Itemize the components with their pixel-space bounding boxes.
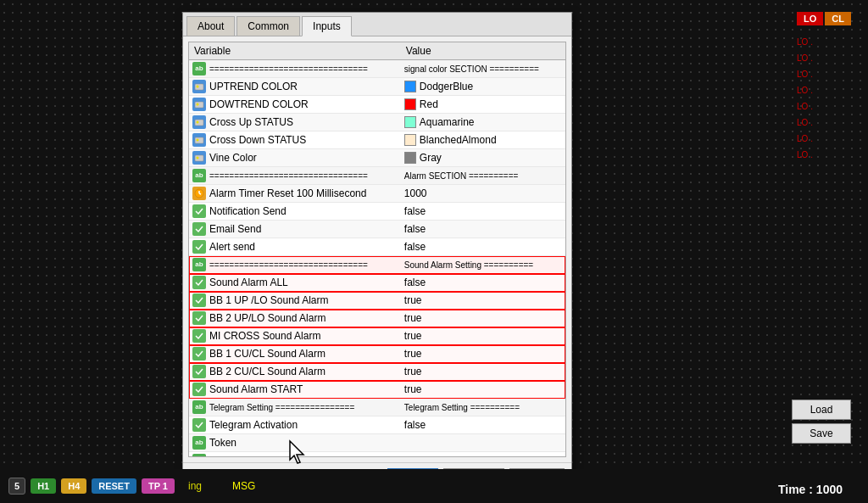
table-row[interactable]: Alert send false: [189, 238, 565, 256]
col-variable: Variable: [189, 42, 401, 60]
value-cell: DodgerBlue: [401, 78, 565, 96]
lo-dot-6: LO .: [797, 118, 851, 127]
value-cell: true: [401, 310, 565, 327]
bottom-bar: 5 H1 H4 RESET TP 1 ing MSG: [0, 469, 868, 503]
variable-content: UPTREND COLOR: [192, 80, 398, 93]
table-row[interactable]: Alarm Timer Reset 100 Millisecond 1000: [189, 185, 565, 203]
color-icon: [192, 80, 206, 93]
lo-dot-3: LO .: [797, 70, 851, 79]
variable-content: Notification Send: [192, 204, 398, 218]
variable-content: ab ================================: [192, 169, 398, 182]
ab-icon: ab: [192, 62, 206, 75]
load-button[interactable]: Load: [792, 400, 851, 420]
green-icon: [192, 222, 206, 236]
table-row[interactable]: BB 2 CU/CL Sound Alarm true: [189, 363, 565, 381]
value-cell: Sound Alarm Setting ==========: [401, 256, 565, 274]
variable-cell: ab Token: [189, 434, 401, 452]
inputs-table-container[interactable]: Variable Value ab ======================…: [188, 42, 566, 457]
save-button[interactable]: Save: [792, 423, 851, 444]
value-cell: Telegram Setting ==========: [401, 399, 565, 416]
tab-common[interactable]: Common: [236, 16, 300, 36]
tag-reset[interactable]: RESET: [92, 478, 136, 494]
variable-content: Cross Up STATUS: [192, 115, 398, 129]
table-row[interactable]: Cross Down STATUS BlanchedAlmond: [189, 131, 565, 149]
table-row[interactable]: ab ================================ Soun…: [189, 256, 565, 274]
variable-label: BB 2 UP/LO Sound Alarm: [209, 312, 326, 324]
check-icon: [194, 331, 204, 341]
variable-content: ab Telegram Setting ================: [192, 400, 398, 414]
svg-point-5: [197, 121, 199, 124]
lo-dot-8: LO .: [797, 150, 851, 159]
variable-content: Email Send: [192, 222, 398, 236]
tag-h1[interactable]: H1: [31, 478, 56, 494]
image-icon: [194, 135, 204, 145]
variable-label: MI CROSS Sound Alarm: [209, 330, 320, 342]
color-swatch: [404, 152, 416, 164]
tag-h4[interactable]: H4: [61, 478, 86, 494]
bottom-msg: MSG: [232, 480, 255, 492]
ab-icon: ab: [192, 436, 206, 450]
tag-5: 5: [8, 478, 25, 495]
value-cell: false: [401, 203, 565, 221]
variable-label: Alarm Timer Reset 100 Millisecond: [209, 187, 366, 199]
table-row[interactable]: Sound Alarm ALL false: [189, 274, 565, 292]
table-row[interactable]: Notification Send false: [189, 203, 565, 221]
table-row[interactable]: UPTREND COLOR DodgerBlue: [189, 78, 565, 96]
value-cell: true: [401, 381, 565, 399]
svg-rect-2: [195, 102, 203, 108]
variable-cell: BB 2 CU/CL Sound Alarm: [189, 363, 401, 381]
table-row[interactable]: Sound Alarm START true: [189, 381, 565, 399]
svg-rect-16: [194, 277, 204, 288]
table-row[interactable]: DOWTREND COLOR Red: [189, 96, 565, 114]
col-value: Value: [401, 42, 565, 60]
side-buttons: Load Save: [792, 400, 851, 444]
tab-inputs[interactable]: Inputs: [302, 16, 352, 36]
variable-content: Sound Alarm ALL: [192, 276, 398, 289]
tag-tp1[interactable]: TP 1: [142, 478, 175, 494]
variable-cell: Sound Alarm ALL: [189, 274, 401, 292]
variable-cell: Notification Send: [189, 203, 401, 221]
lo-box: LO: [797, 12, 823, 25]
variable-label: BB 1 CU/CL Sound Alarm: [209, 348, 326, 360]
value-cell: false: [401, 221, 565, 238]
table-row[interactable]: Email Send false: [189, 221, 565, 238]
variable-content: DOWTREND COLOR: [192, 98, 398, 111]
variable-cell: BB 1 CU/CL Sound Alarm: [189, 345, 401, 363]
svg-rect-20: [194, 349, 204, 359]
table-row[interactable]: ab Token: [189, 434, 565, 452]
variable-cell: Vine Color: [189, 149, 401, 167]
green-icon: [192, 365, 206, 378]
ab-icon: ab: [192, 169, 206, 182]
table-row[interactable]: ab ================================ sign…: [189, 60, 565, 78]
variable-label: Alert send: [209, 241, 255, 253]
table-row[interactable]: ab ================================ Alar…: [189, 167, 565, 185]
table-row[interactable]: BB 2 UP/LO Sound Alarm true: [189, 310, 565, 327]
table-row[interactable]: Telegram Activation false: [189, 416, 565, 434]
variable-content: Vine Color: [192, 151, 398, 165]
variable-label: ================================: [209, 260, 368, 270]
image-icon: [194, 117, 204, 127]
green-icon: [192, 418, 206, 432]
svg-point-7: [197, 139, 199, 142]
value-cell: true: [401, 292, 565, 310]
color-icon: [192, 115, 206, 129]
table-row[interactable]: ab Telegram Setting ================ Tel…: [189, 399, 565, 416]
table-row[interactable]: MI CROSS Sound Alarm true: [189, 327, 565, 345]
bottom-msg-prefix: ing: [188, 480, 202, 492]
table-row[interactable]: ab Channel ID @: [189, 452, 565, 458]
color-icon: [192, 151, 206, 165]
variable-cell: ab ================================: [189, 256, 401, 274]
table-row[interactable]: Cross Up STATUS Aquamarine: [189, 114, 565, 131]
green-icon: [192, 204, 206, 218]
variable-label: Cross Up STATUS: [209, 116, 293, 128]
green-icon: [192, 293, 206, 307]
table-row[interactable]: BB 1 UP /LO Sound Alarm true: [189, 292, 565, 310]
variable-label: Email Send: [209, 223, 261, 235]
table-row[interactable]: BB 1 CU/CL Sound Alarm true: [189, 345, 565, 363]
table-row[interactable]: Vine Color Gray: [189, 149, 565, 167]
variable-content: MI CROSS Sound Alarm: [192, 329, 398, 343]
variable-cell: BB 1 UP /LO Sound Alarm: [189, 292, 401, 310]
tab-about[interactable]: About: [186, 16, 235, 36]
green-icon: [192, 276, 206, 289]
lo-dot-4: LO .: [797, 86, 851, 95]
